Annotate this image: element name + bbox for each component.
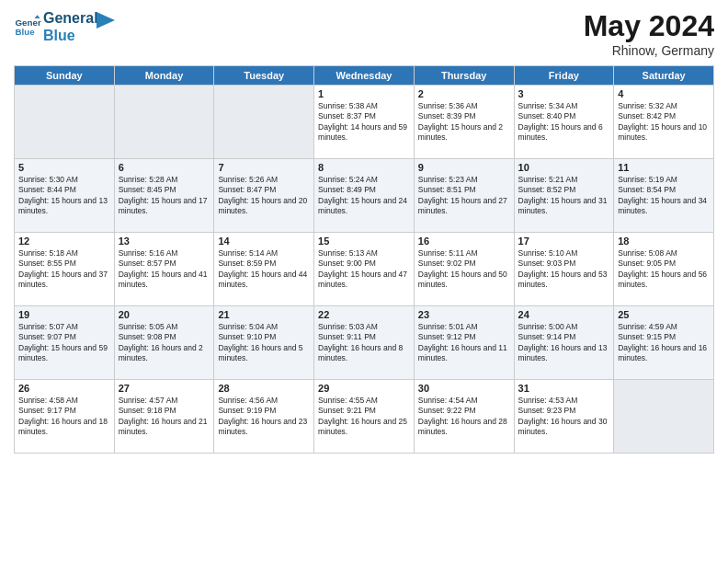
day-info: Sunrise: 5:10 AM Sunset: 9:03 PM Dayligh… xyxy=(518,248,610,291)
day-number: 15 xyxy=(318,236,410,247)
day-number: 13 xyxy=(119,236,210,247)
calendar-week-row: 5Sunrise: 5:30 AM Sunset: 8:44 PM Daylig… xyxy=(15,159,714,233)
day-number: 20 xyxy=(119,309,210,320)
calendar-cell: 6Sunrise: 5:28 AM Sunset: 8:45 PM Daylig… xyxy=(114,159,214,233)
logo-blue: Blue xyxy=(43,27,98,44)
calendar-cell: 11Sunrise: 5:19 AM Sunset: 8:54 PM Dayli… xyxy=(614,159,714,233)
calendar-cell xyxy=(214,86,314,159)
day-number: 2 xyxy=(418,88,510,99)
day-info: Sunrise: 5:36 AM Sunset: 8:39 PM Dayligh… xyxy=(418,101,510,144)
calendar-cell: 8Sunrise: 5:24 AM Sunset: 8:49 PM Daylig… xyxy=(314,159,415,233)
calendar-cell: 2Sunrise: 5:36 AM Sunset: 8:39 PM Daylig… xyxy=(414,86,514,159)
day-info: Sunrise: 5:38 AM Sunset: 8:37 PM Dayligh… xyxy=(318,101,410,144)
day-header-thursday: Thursday xyxy=(414,66,514,86)
calendar-cell: 7Sunrise: 5:26 AM Sunset: 8:47 PM Daylig… xyxy=(214,159,314,233)
day-info: Sunrise: 4:56 AM Sunset: 9:19 PM Dayligh… xyxy=(218,396,310,438)
day-header-saturday: Saturday xyxy=(614,66,714,86)
day-info: Sunrise: 5:32 AM Sunset: 8:42 PM Dayligh… xyxy=(618,101,710,144)
calendar-cell xyxy=(614,380,714,454)
calendar-cell: 25Sunrise: 4:59 AM Sunset: 9:15 PM Dayli… xyxy=(614,306,714,380)
day-info: Sunrise: 5:30 AM Sunset: 8:44 PM Dayligh… xyxy=(18,175,110,217)
location-title: Rhinow, Germany xyxy=(584,43,714,58)
calendar-week-row: 12Sunrise: 5:18 AM Sunset: 8:55 PM Dayli… xyxy=(15,233,714,306)
day-info: Sunrise: 5:19 AM Sunset: 8:54 PM Dayligh… xyxy=(618,175,710,217)
calendar-cell: 31Sunrise: 4:53 AM Sunset: 9:23 PM Dayli… xyxy=(514,380,614,454)
logo: General Blue General Blue xyxy=(14,9,115,44)
day-number: 5 xyxy=(18,162,110,173)
calendar-cell: 10Sunrise: 5:21 AM Sunset: 8:52 PM Dayli… xyxy=(514,159,614,233)
calendar-cell: 15Sunrise: 5:13 AM Sunset: 9:00 PM Dayli… xyxy=(314,233,415,306)
calendar-cell: 21Sunrise: 5:04 AM Sunset: 9:10 PM Dayli… xyxy=(214,306,314,380)
svg-marker-4 xyxy=(97,12,115,29)
day-info: Sunrise: 5:23 AM Sunset: 8:51 PM Dayligh… xyxy=(418,175,510,217)
day-header-monday: Monday xyxy=(114,66,214,86)
day-number: 19 xyxy=(18,309,110,320)
calendar-week-row: 26Sunrise: 4:58 AM Sunset: 9:17 PM Dayli… xyxy=(15,380,714,454)
month-year-title: May 2024 xyxy=(584,9,714,43)
day-info: Sunrise: 5:26 AM Sunset: 8:47 PM Dayligh… xyxy=(218,175,310,217)
logo-arrow-icon xyxy=(97,12,115,29)
calendar-cell: 16Sunrise: 5:11 AM Sunset: 9:02 PM Dayli… xyxy=(414,233,514,306)
day-number: 3 xyxy=(518,88,610,99)
calendar-cell: 28Sunrise: 4:56 AM Sunset: 9:19 PM Dayli… xyxy=(214,380,314,454)
calendar-table: SundayMondayTuesdayWednesdayThursdayFrid… xyxy=(14,65,714,454)
calendar-cell: 3Sunrise: 5:34 AM Sunset: 8:40 PM Daylig… xyxy=(514,86,614,159)
calendar-cell: 1Sunrise: 5:38 AM Sunset: 8:37 PM Daylig… xyxy=(314,86,415,159)
day-info: Sunrise: 4:57 AM Sunset: 9:18 PM Dayligh… xyxy=(119,396,210,438)
day-header-wednesday: Wednesday xyxy=(314,66,415,86)
day-info: Sunrise: 4:58 AM Sunset: 9:17 PM Dayligh… xyxy=(18,396,110,438)
header: General Blue General Blue May 2024 Rhino… xyxy=(14,9,714,58)
page-container: General Blue General Blue May 2024 Rhino… xyxy=(0,0,728,463)
calendar-cell: 22Sunrise: 5:03 AM Sunset: 9:11 PM Dayli… xyxy=(314,306,415,380)
day-number: 21 xyxy=(218,309,310,320)
calendar-cell: 12Sunrise: 5:18 AM Sunset: 8:55 PM Dayli… xyxy=(15,233,115,306)
calendar-cell: 27Sunrise: 4:57 AM Sunset: 9:18 PM Dayli… xyxy=(114,380,214,454)
day-number: 6 xyxy=(119,162,210,173)
svg-text:General: General xyxy=(16,17,42,28)
day-info: Sunrise: 5:08 AM Sunset: 9:05 PM Dayligh… xyxy=(618,248,710,291)
calendar-week-row: 1Sunrise: 5:38 AM Sunset: 8:37 PM Daylig… xyxy=(15,86,714,159)
day-info: Sunrise: 4:53 AM Sunset: 9:23 PM Dayligh… xyxy=(518,396,610,438)
calendar-cell: 29Sunrise: 4:55 AM Sunset: 9:21 PM Dayli… xyxy=(314,380,415,454)
calendar-cell: 13Sunrise: 5:16 AM Sunset: 8:57 PM Dayli… xyxy=(114,233,214,306)
day-info: Sunrise: 5:24 AM Sunset: 8:49 PM Dayligh… xyxy=(318,175,410,217)
logo-general: General xyxy=(43,9,98,27)
day-info: Sunrise: 5:11 AM Sunset: 9:02 PM Dayligh… xyxy=(418,248,510,291)
calendar-cell: 26Sunrise: 4:58 AM Sunset: 9:17 PM Dayli… xyxy=(15,380,115,454)
day-info: Sunrise: 5:21 AM Sunset: 8:52 PM Dayligh… xyxy=(518,175,610,217)
calendar-cell: 4Sunrise: 5:32 AM Sunset: 8:42 PM Daylig… xyxy=(614,86,714,159)
day-number: 26 xyxy=(18,383,110,394)
day-info: Sunrise: 5:07 AM Sunset: 9:07 PM Dayligh… xyxy=(18,322,110,364)
day-info: Sunrise: 5:13 AM Sunset: 9:00 PM Dayligh… xyxy=(318,248,410,291)
day-number: 24 xyxy=(518,309,610,320)
day-info: Sunrise: 5:04 AM Sunset: 9:10 PM Dayligh… xyxy=(218,322,310,364)
calendar-cell: 5Sunrise: 5:30 AM Sunset: 8:44 PM Daylig… xyxy=(15,159,115,233)
day-header-friday: Friday xyxy=(514,66,614,86)
day-number: 25 xyxy=(618,309,710,320)
day-number: 29 xyxy=(318,383,410,394)
day-info: Sunrise: 5:00 AM Sunset: 9:14 PM Dayligh… xyxy=(518,322,610,364)
calendar-cell: 19Sunrise: 5:07 AM Sunset: 9:07 PM Dayli… xyxy=(15,306,115,380)
day-number: 17 xyxy=(518,236,610,247)
calendar-cell xyxy=(15,86,115,159)
title-block: May 2024 Rhinow, Germany xyxy=(584,9,714,58)
day-number: 7 xyxy=(218,162,310,173)
day-number: 16 xyxy=(418,236,510,247)
day-number: 22 xyxy=(318,309,410,320)
day-info: Sunrise: 5:34 AM Sunset: 8:40 PM Dayligh… xyxy=(518,101,610,144)
day-header-tuesday: Tuesday xyxy=(214,66,314,86)
calendar-cell: 17Sunrise: 5:10 AM Sunset: 9:03 PM Dayli… xyxy=(514,233,614,306)
calendar-cell: 24Sunrise: 5:00 AM Sunset: 9:14 PM Dayli… xyxy=(514,306,614,380)
calendar-cell: 14Sunrise: 5:14 AM Sunset: 8:59 PM Dayli… xyxy=(214,233,314,306)
calendar-week-row: 19Sunrise: 5:07 AM Sunset: 9:07 PM Dayli… xyxy=(15,306,714,380)
day-info: Sunrise: 5:03 AM Sunset: 9:11 PM Dayligh… xyxy=(318,322,410,364)
day-number: 28 xyxy=(218,383,310,394)
day-number: 4 xyxy=(618,88,710,99)
calendar-cell: 20Sunrise: 5:05 AM Sunset: 9:08 PM Dayli… xyxy=(114,306,214,380)
day-info: Sunrise: 5:16 AM Sunset: 8:57 PM Dayligh… xyxy=(119,248,210,291)
day-number: 31 xyxy=(518,383,610,394)
day-info: Sunrise: 5:14 AM Sunset: 8:59 PM Dayligh… xyxy=(218,248,310,291)
day-number: 1 xyxy=(318,88,410,99)
day-number: 9 xyxy=(418,162,510,173)
day-info: Sunrise: 4:55 AM Sunset: 9:21 PM Dayligh… xyxy=(318,396,410,438)
